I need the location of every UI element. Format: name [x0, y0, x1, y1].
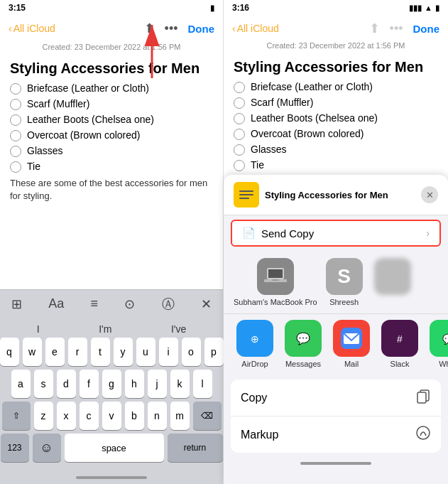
left-status-bar: 3:15 ▮: [0, 0, 223, 16]
share-more[interactable]: 💬 Wh...: [427, 320, 448, 368]
camera-icon[interactable]: ⊙: [124, 296, 135, 312]
keyboard-suggestions: I I'm I've: [1, 321, 222, 338]
key-g[interactable]: g: [102, 370, 121, 398]
key-m[interactable]: m: [170, 402, 190, 430]
key-y[interactable]: y: [114, 338, 133, 366]
left-note-list: Briefcase (Leather or Cloth) Scarf (Muff…: [10, 82, 213, 173]
right-share-icon[interactable]: ⬆: [369, 21, 380, 36]
key-u[interactable]: u: [136, 338, 155, 366]
send-copy-icon: 📄: [242, 227, 256, 240]
share-close-button[interactable]: ✕: [421, 186, 438, 203]
key-q[interactable]: q: [0, 338, 19, 366]
left-back-label: All iCloud: [13, 23, 55, 34]
airdrop-icon: ⊕: [236, 320, 273, 357]
markup-action[interactable]: Markup: [231, 416, 441, 453]
share-sheet: Styling Accessories for Men ✕ 📄 Send Cop…: [224, 175, 448, 484]
contact-icon: S: [326, 258, 363, 295]
svg-text:💬: 💬: [296, 332, 310, 345]
checkbox-r3: [234, 113, 245, 124]
mail-label: Mail: [344, 360, 359, 368]
format-aa-icon[interactable]: Aa: [48, 296, 64, 311]
left-nav-actions: ⬆ ••• Done: [144, 21, 214, 36]
list-item: Glasses: [10, 145, 213, 157]
key-v[interactable]: v: [102, 402, 121, 430]
send-copy-chevron: ›: [426, 227, 430, 239]
table-icon[interactable]: ⊞: [11, 296, 22, 312]
key-w[interactable]: w: [23, 338, 42, 366]
left-time: 3:15: [9, 3, 26, 13]
keyboard-row-1: q w e r t y u i o p: [1, 338, 222, 366]
key-p[interactable]: p: [204, 338, 224, 366]
key-b[interactable]: b: [125, 402, 144, 430]
chevron-left-icon: ‹: [9, 23, 12, 34]
checkbox-r2: [234, 97, 245, 109]
key-s[interactable]: s: [34, 370, 53, 398]
more-apps-icon: 💬: [430, 320, 448, 357]
keyboard-row-2: a s d f g h j k l: [1, 370, 222, 398]
key-emoji[interactable]: ☺: [33, 434, 61, 462]
send-copy-row[interactable]: 📄 Send Copy ›: [231, 220, 441, 247]
key-space[interactable]: space: [65, 434, 164, 462]
svg-rect-5: [272, 279, 279, 281]
share-sheet-header: Styling Accessories for Men ✕: [224, 175, 448, 215]
messages-icon: 💬: [285, 320, 322, 357]
key-d[interactable]: d: [57, 370, 76, 398]
done-button[interactable]: Done: [188, 23, 215, 35]
key-a[interactable]: a: [11, 370, 31, 398]
key-j[interactable]: j: [148, 370, 167, 398]
mail-icon: [333, 320, 370, 357]
copy-action[interactable]: Copy: [231, 380, 441, 416]
key-shift[interactable]: ⇧: [2, 402, 31, 430]
right-back-button[interactable]: ‹ All iCloud: [232, 23, 279, 34]
share-apps-row: Subham's MacBook Pro S Shreesh: [224, 251, 448, 313]
right-back-label: All iCloud: [237, 23, 279, 34]
key-x[interactable]: x: [57, 402, 76, 430]
checkbox-r6: [234, 160, 245, 171]
key-f[interactable]: f: [80, 370, 99, 398]
checkbox-6: [10, 161, 21, 173]
key-numbers[interactable]: 123: [1, 434, 29, 462]
right-more-icon[interactable]: •••: [390, 21, 403, 36]
share-app-blurred[interactable]: [371, 258, 414, 306]
list-format-icon[interactable]: ≡: [91, 296, 99, 311]
key-h[interactable]: h: [125, 370, 144, 398]
key-return[interactable]: return: [168, 434, 223, 462]
share-icon[interactable]: ⬆: [144, 21, 155, 36]
key-o[interactable]: o: [182, 338, 201, 366]
doc-line: [239, 194, 253, 195]
share-app-contact[interactable]: S Shreesh: [323, 258, 366, 306]
right-done-button[interactable]: Done: [413, 23, 440, 35]
right-home-bar: [300, 462, 371, 465]
share-airdrop[interactable]: ⊕ AirDrop: [234, 320, 276, 368]
left-back-button[interactable]: ‹ All iCloud: [9, 23, 55, 34]
share-messages[interactable]: 💬 Messages: [282, 320, 324, 368]
doc-lines: [239, 190, 253, 199]
doc-line: [239, 198, 249, 199]
search-text-icon[interactable]: Ⓐ: [162, 296, 175, 313]
left-note-content: Styling Accessories for Men Briefcase (L…: [0, 54, 223, 289]
share-app-macbook[interactable]: Subham's MacBook Pro: [234, 258, 317, 306]
more-icon[interactable]: •••: [165, 21, 178, 36]
key-c[interactable]: c: [80, 402, 99, 430]
key-backspace[interactable]: ⌫: [193, 402, 222, 430]
left-panel: 3:15 ▮ ‹ All iCloud ⬆ ••• Done Created: …: [0, 0, 224, 484]
keyboard-close-icon[interactable]: ✕: [201, 296, 212, 312]
checkbox-r1: [234, 82, 245, 93]
contact-label: Shreesh: [329, 298, 359, 306]
macbook-label: Subham's MacBook Pro: [234, 298, 317, 306]
key-k[interactable]: k: [170, 370, 190, 398]
key-z[interactable]: z: [34, 402, 53, 430]
blurred-icon: [374, 258, 411, 295]
key-e[interactable]: e: [45, 338, 65, 366]
checkbox-5: [10, 146, 21, 157]
key-l[interactable]: l: [193, 370, 212, 398]
key-i[interactable]: i: [159, 338, 178, 366]
keyboard-row-4: 123 ☺ space return: [1, 434, 222, 462]
key-n[interactable]: n: [148, 402, 167, 430]
key-r[interactable]: r: [68, 338, 87, 366]
svg-rect-17: [417, 392, 426, 403]
share-mail[interactable]: Mail: [330, 320, 373, 368]
key-t[interactable]: t: [91, 338, 110, 366]
left-note-title: Styling Accessories for Men: [10, 60, 213, 77]
share-slack[interactable]: # Slack: [378, 320, 421, 368]
